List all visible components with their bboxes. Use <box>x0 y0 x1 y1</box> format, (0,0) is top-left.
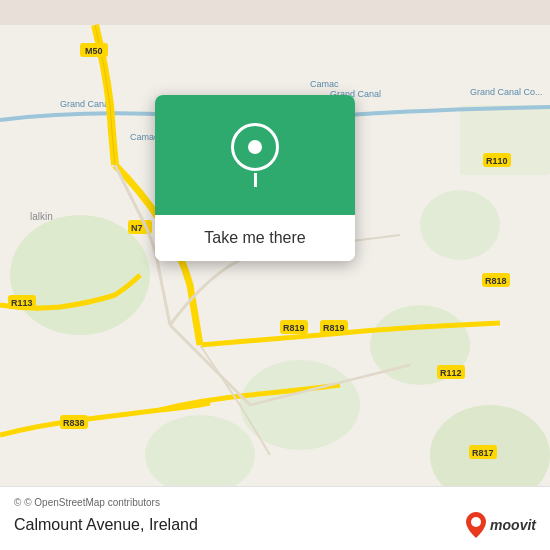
svg-text:R818: R818 <box>485 276 507 286</box>
moovit-pin-icon <box>466 512 486 538</box>
svg-text:lalkin: lalkin <box>30 211 53 222</box>
pin-outer-circle <box>231 123 279 171</box>
openstreetmap-attribution: © OpenStreetMap contributors <box>24 497 160 508</box>
svg-point-6 <box>145 415 255 495</box>
svg-text:R819: R819 <box>283 323 305 333</box>
moovit-logo: moovit <box>466 512 536 538</box>
svg-text:Grand Canal: Grand Canal <box>60 99 111 109</box>
attribution-text: © © OpenStreetMap contributors <box>14 497 536 508</box>
svg-text:R819: R819 <box>323 323 345 333</box>
pin-tail <box>254 173 257 187</box>
location-row: Calmount Avenue, Ireland moovit <box>14 512 536 538</box>
svg-text:R110: R110 <box>486 156 508 166</box>
moovit-brand-text: moovit <box>490 517 536 533</box>
map-container: Grand Canal Grand Canal Grand Canal Gran… <box>0 0 550 550</box>
bottom-bar: © © OpenStreetMap contributors Calmount … <box>0 486 550 550</box>
take-me-there-button[interactable]: Take me there <box>155 215 355 261</box>
svg-point-37 <box>471 517 481 527</box>
svg-text:R113: R113 <box>11 298 33 308</box>
popup-card: Take me there <box>155 95 355 261</box>
svg-point-4 <box>420 190 500 260</box>
copyright-symbol: © <box>14 497 21 508</box>
svg-text:R838: R838 <box>63 418 85 428</box>
map-background: Grand Canal Grand Canal Grand Canal Gran… <box>0 0 550 550</box>
svg-text:M50: M50 <box>85 46 103 56</box>
svg-text:N7: N7 <box>131 223 143 233</box>
svg-text:R817: R817 <box>472 448 494 458</box>
pin-inner-circle <box>248 140 262 154</box>
svg-text:Grand Canal Co...: Grand Canal Co... <box>470 87 543 97</box>
take-me-there-label: Take me there <box>204 229 305 247</box>
popup-green-header <box>155 95 355 215</box>
location-pin-icon <box>231 123 279 187</box>
location-name: Calmount Avenue, Ireland <box>14 516 198 534</box>
svg-text:R112: R112 <box>440 368 462 378</box>
svg-text:Camac: Camac <box>310 79 339 89</box>
